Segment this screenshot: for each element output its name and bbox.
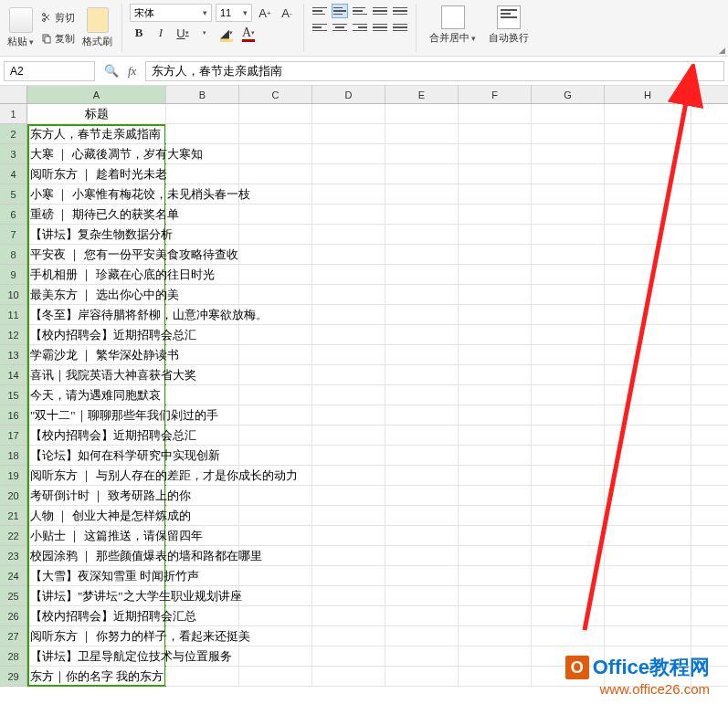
cell[interactable]: 重磅 ｜ 期待已久的获奖名单	[27, 205, 166, 224]
row-header[interactable]: 19	[0, 466, 26, 486]
cell[interactable]	[532, 526, 605, 545]
cell[interactable]	[385, 225, 459, 244]
cell[interactable]: 【冬至】岸容待腊将舒柳，山意冲寒欲放梅。	[27, 305, 166, 324]
cell[interactable]	[532, 446, 605, 465]
row-header[interactable]: 11	[0, 305, 26, 325]
cell[interactable]	[312, 606, 385, 625]
row-header[interactable]: 23	[0, 546, 26, 566]
cell[interactable]	[532, 164, 605, 184]
cell[interactable]: 小寒 ｜ 小寒惟有梅花饺，未见梢头春一枝	[27, 184, 166, 204]
cell[interactable]	[239, 405, 312, 425]
cell[interactable]	[385, 365, 459, 384]
cell[interactable]	[385, 646, 459, 666]
cell[interactable]	[605, 466, 691, 485]
cell[interactable]	[239, 606, 312, 625]
cell[interactable]	[312, 667, 385, 686]
cell[interactable]	[239, 626, 312, 646]
cell[interactable]	[239, 586, 312, 605]
cell[interactable]	[605, 526, 691, 545]
cell[interactable]	[239, 184, 312, 204]
merge-center-button[interactable]: 合并居中▾	[424, 4, 481, 52]
cell[interactable]	[385, 265, 459, 284]
decrease-font-button[interactable]: A-	[278, 4, 296, 22]
cell[interactable]	[312, 526, 385, 545]
row-header[interactable]: 26	[0, 606, 26, 626]
cell[interactable]	[312, 426, 385, 445]
cell[interactable]	[605, 184, 691, 204]
cell[interactable]	[459, 506, 532, 525]
cell[interactable]	[166, 225, 239, 244]
cell[interactable]	[239, 104, 312, 123]
cell[interactable]	[385, 566, 459, 585]
cell[interactable]	[459, 325, 532, 344]
row-header[interactable]: 6	[0, 205, 26, 225]
cell[interactable]	[532, 606, 605, 625]
cell[interactable]	[605, 385, 691, 405]
cell[interactable]	[459, 225, 532, 244]
cell[interactable]	[605, 205, 691, 224]
row-header[interactable]: 4	[0, 164, 26, 184]
cell[interactable]	[459, 405, 532, 425]
cell[interactable]	[312, 164, 385, 184]
cell[interactable]	[312, 285, 385, 304]
cell[interactable]	[532, 546, 605, 565]
cell[interactable]	[312, 646, 385, 666]
paste-button[interactable]: 粘贴▾	[5, 5, 36, 50]
cell[interactable]: 考研倒计时 ｜ 致考研路上的你	[27, 486, 166, 505]
cell[interactable]	[532, 426, 605, 445]
cell[interactable]	[166, 667, 239, 686]
cell[interactable]	[459, 646, 532, 666]
cell[interactable]	[385, 205, 459, 224]
align-middle-button[interactable]	[332, 4, 348, 18]
cell[interactable]	[459, 466, 532, 485]
cell[interactable]	[239, 124, 312, 143]
row-header[interactable]: 24	[0, 566, 26, 586]
cell[interactable]	[532, 405, 605, 425]
column-header[interactable]: A	[27, 86, 166, 103]
cell[interactable]	[385, 345, 459, 364]
cell[interactable]	[532, 104, 605, 123]
cell[interactable]	[312, 104, 385, 123]
cell[interactable]	[532, 325, 605, 344]
cell[interactable]	[239, 245, 312, 264]
search-icon[interactable]: 🔍	[104, 64, 119, 78]
increase-font-button[interactable]: A+	[256, 4, 274, 22]
cell[interactable]	[312, 626, 385, 646]
cell[interactable]	[605, 546, 691, 565]
cell[interactable]: 喜讯｜我院英语大神喜获省大奖	[27, 365, 166, 384]
cell[interactable]: 阅听东方 ｜ 与别人存在的差距，才是你成长的动力	[27, 466, 166, 485]
cell[interactable]: 人物 ｜ 创业大神是怎样炼成的	[27, 506, 166, 525]
cell[interactable]	[239, 486, 312, 505]
cell[interactable]	[385, 606, 459, 625]
cell[interactable]	[385, 586, 459, 605]
cell[interactable]: 最美东方 ｜ 选出你心中的美	[27, 285, 166, 304]
cell[interactable]	[239, 365, 312, 384]
cell[interactable]	[532, 506, 605, 525]
cell[interactable]: 今天，请为遇难同胞默哀	[27, 385, 166, 405]
cell[interactable]	[312, 385, 385, 405]
cell[interactable]	[532, 365, 605, 384]
row-header[interactable]: 22	[0, 526, 26, 546]
decrease-indent-button[interactable]	[372, 4, 388, 18]
cell[interactable]	[459, 184, 532, 204]
column-header[interactable]: C	[239, 86, 312, 103]
cell[interactable]	[312, 365, 385, 384]
cell[interactable]	[385, 305, 459, 324]
column-header[interactable]: G	[532, 86, 605, 103]
cell[interactable]	[385, 446, 459, 465]
cell[interactable]	[312, 566, 385, 585]
justify-button[interactable]	[372, 20, 388, 35]
cell[interactable]	[605, 626, 691, 646]
row-header[interactable]: 1	[0, 104, 26, 124]
cell[interactable]	[605, 566, 691, 585]
cell[interactable]: 阅听东方 ｜ 趁着时光未老	[27, 164, 166, 184]
cell[interactable]	[532, 626, 605, 646]
cell[interactable]	[532, 305, 605, 324]
cell[interactable]	[605, 164, 691, 184]
cell[interactable]: 小贴士 ｜ 这篇推送，请保留四年	[27, 526, 166, 545]
row-header[interactable]: 10	[0, 285, 26, 305]
column-header[interactable]: H	[605, 86, 691, 103]
column-header[interactable]: E	[385, 86, 459, 103]
cell[interactable]	[532, 486, 605, 505]
cell[interactable]	[385, 124, 459, 143]
